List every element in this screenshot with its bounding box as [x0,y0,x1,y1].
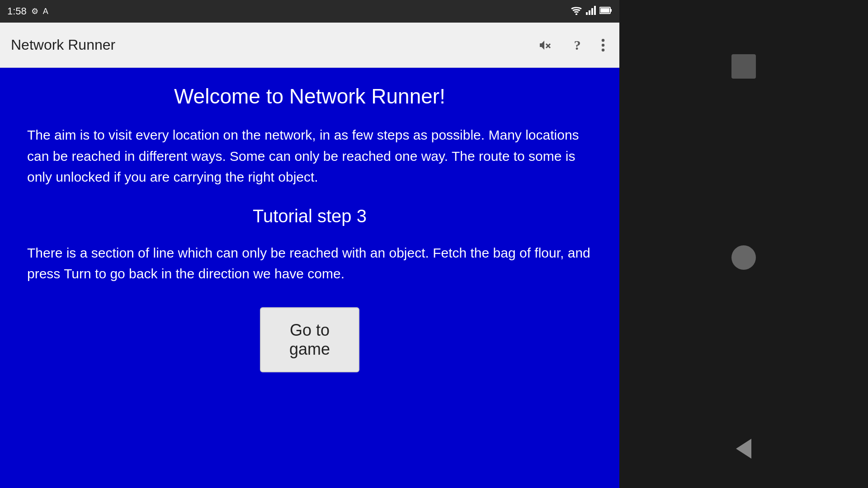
svg-rect-1 [586,12,588,15]
svg-point-10 [602,43,604,46]
help-button[interactable]: ? [568,35,585,56]
svg-point-0 [576,13,577,15]
settings-status-icon: ⚙ [31,6,38,16]
android-square-button[interactable] [731,54,756,79]
app-title: Network Runner [11,37,115,53]
description-text: The aim is to visit every location on th… [27,125,592,188]
toolbar-actions: ? [535,35,609,56]
status-bar-right [571,6,612,17]
battery-icon [599,6,612,17]
status-time: 1:58 [7,5,27,17]
svg-rect-3 [591,8,593,15]
status-bar: 1:58 ⚙ A [0,0,619,23]
mute-button[interactable] [535,36,555,54]
go-to-game-button[interactable]: Go togame [260,307,359,372]
text-status-icon: A [43,7,48,16]
svg-rect-4 [594,6,596,15]
svg-point-11 [602,48,604,51]
tutorial-description: There is a section of line which can onl… [27,243,592,285]
svg-rect-6 [600,8,609,13]
svg-point-9 [602,39,604,42]
svg-rect-7 [610,9,612,12]
wifi-icon [571,6,582,17]
more-options-button[interactable] [598,36,609,55]
toolbar: Network Runner ? [0,23,619,68]
svg-rect-2 [589,10,590,15]
status-bar-left: 1:58 ⚙ A [7,5,48,17]
android-nav-panel [619,0,868,488]
android-back-button[interactable] [731,436,756,461]
svg-text:?: ? [574,38,581,53]
content-area: Welcome to Network Runner! The aim is to… [0,68,619,488]
tutorial-step-heading: Tutorial step 3 [253,206,367,226]
android-home-button[interactable] [731,245,756,270]
welcome-title: Welcome to Network Runner! [174,84,445,108]
signal-icon [586,6,596,17]
